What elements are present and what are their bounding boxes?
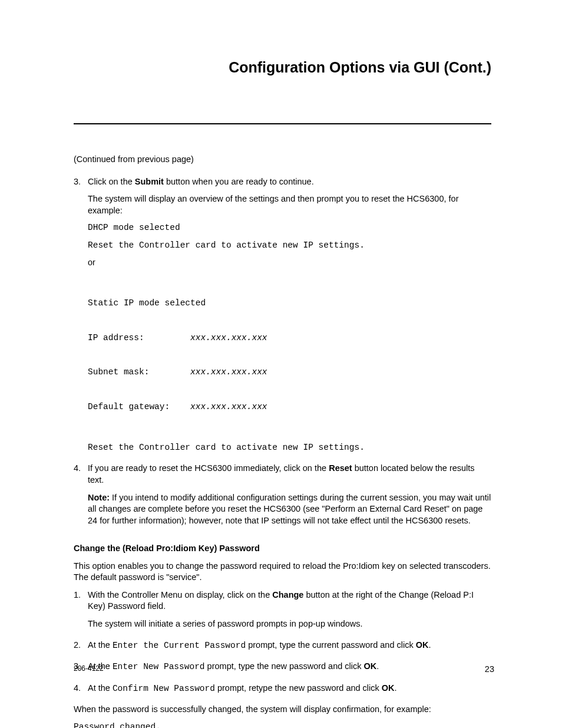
step-3-line-1: Click on the Submit button when you are … [88, 176, 491, 188]
static-output: Static IP mode selected IP address: xxx.… [88, 275, 491, 436]
step-number: 4. [74, 463, 88, 532]
current-password-prompt: Enter the Current Password [113, 641, 246, 650]
page-number: 23 [485, 664, 494, 674]
change-bold: Change [272, 590, 303, 599]
step-3-line-2: The system will display an overview of t… [88, 193, 491, 216]
document-number: 206-4122 [74, 664, 104, 674]
body-content: (Continued from previous page) 3. Click … [74, 154, 491, 728]
substep-1-line-2: The system will initiate a series of pas… [88, 618, 491, 630]
default-gateway-value: xxx.xxx.xxx.xxx [190, 402, 267, 411]
step-number: 1. [74, 589, 88, 636]
substep-1-line-1: With the Controller Menu on display, cli… [88, 589, 491, 612]
step-number: 3. [74, 176, 88, 460]
static-output-reset: Reset the Controller card to activate ne… [88, 442, 491, 454]
or-text: or [88, 257, 491, 269]
substep-4: 4. At the Confirm New Password prompt, r… [74, 683, 491, 701]
confirm-password-prompt: Confirm New Password [113, 684, 215, 693]
step-number: 4. [74, 683, 88, 701]
dhcp-output-line-2: Reset the Controller card to activate ne… [88, 240, 491, 252]
page-title: Configuration Options via GUI (Cont.) [74, 59, 491, 76]
step-number: 2. [74, 640, 88, 658]
title-divider [74, 123, 491, 124]
substep-2-text: At the Enter the Current Password prompt… [88, 640, 491, 652]
step-4-line-1: If you are ready to reset the HCS6300 im… [88, 463, 491, 486]
note-label: Note: [88, 493, 110, 502]
step-4-note: Note: If you intend to modify additional… [88, 492, 491, 527]
dhcp-output-line-1: DHCP mode selected [88, 222, 491, 234]
password-changed-output: Password changed. [74, 722, 491, 728]
ok-bold: OK [416, 640, 429, 650]
ok-bold: OK [382, 683, 395, 693]
step-3: 3. Click on the Submit button when you a… [74, 176, 491, 460]
step-4: 4. If you are ready to reset the HCS6300… [74, 463, 491, 532]
submit-bold: Submit [135, 177, 164, 186]
substep-2: 2. At the Enter the Current Password pro… [74, 640, 491, 658]
closing-text: When the password is successfully change… [74, 704, 491, 716]
change-password-intro: This option enables you to change the pa… [74, 561, 491, 584]
continued-note: (Continued from previous page) [74, 154, 491, 166]
substep-4-text: At the Confirm New Password prompt, rety… [88, 683, 491, 695]
ip-address-value: xxx.xxx.xxx.xxx [190, 333, 267, 342]
page-footer: 206-4122 23 [74, 664, 494, 674]
subnet-mask-value: xxx.xxx.xxx.xxx [190, 367, 267, 377]
reset-bold: Reset [329, 463, 352, 473]
change-password-heading: Change the (Reload Pro:Idiom Key) Passwo… [74, 543, 491, 555]
substep-1: 1. With the Controller Menu on display, … [74, 589, 491, 636]
